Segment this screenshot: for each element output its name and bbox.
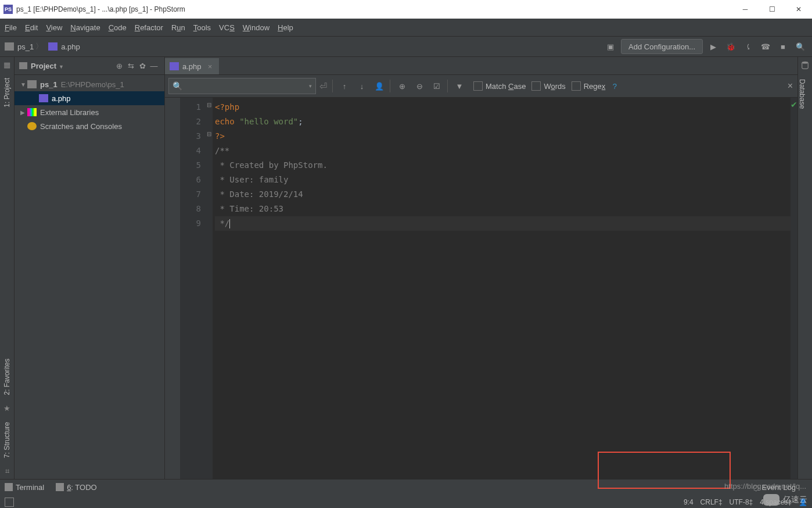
regex-checkbox[interactable]: Regex [572,81,606,91]
inspection-gutter[interactable]: ✔ [791,98,797,479]
php-file-icon [170,62,179,70]
tree-file-selected[interactable]: a.php [15,91,164,105]
coverage-button[interactable]: ⤹ [741,40,755,53]
menu-navigate[interactable]: Navigate [70,23,100,32]
search-everywhere-icon[interactable]: 🔍 [793,40,807,53]
todo-icon [56,483,64,491]
select-all-occ-button[interactable]: ☑ [429,78,445,94]
debug-button[interactable]: 🐞 [724,40,738,53]
help-icon[interactable]: ? [606,78,623,94]
add-configuration-button[interactable]: Add Configuration... [621,39,703,54]
menubar: File Edit View Navigate Code Refactor Ru… [0,19,812,37]
project-panel-header: Project▼ ⊕ ⇆ ✿ — [15,57,164,75]
event-log-button[interactable]: ◌Event Log [753,483,796,492]
todo-tool-button[interactable]: 6: TODO [56,483,97,492]
project-panel-title[interactable]: Project▼ [31,62,113,70]
words-checkbox[interactable]: Words [531,81,565,91]
app-icon: PS [3,5,13,14]
enter-hint-icon: ⏎ [316,81,330,92]
editor-tabs: a.php × [165,57,797,75]
minimize-button[interactable]: ─ [732,0,759,19]
filter-icon[interactable]: ▼ [451,78,468,94]
breadcrumb-separator: 〉 [35,41,43,52]
inspection-indicator[interactable]: 👤 [799,498,807,506]
tab-label: a.php [182,62,202,71]
star-icon: ★ [3,405,11,413]
fold-gutter[interactable]: ⊟⊟ [206,98,213,479]
sidebar-tab-project[interactable]: 1: Project [3,72,11,113]
next-match-button[interactable]: ↓ [354,78,370,94]
project-panel: Project▼ ⊕ ⇆ ✿ — ▼ ps_1 E:\PHPDemo\ps_1 … [15,57,165,479]
find-bar: 🔍 ▾ ⏎ ↑ ↓ 👤 ⊕ ⊖ ☑ ▼ Match Case Words Reg… [165,75,797,98]
tree-scratches[interactable]: Scratches and Consoles [15,119,164,133]
status-icon[interactable] [5,498,14,507]
php-file-icon [48,42,58,51]
locate-icon[interactable]: ⊕ [113,62,125,70]
status-bar: 9:4 CRLF ‡ UTF-8 ‡ 4 spaces ‡ 👤 [0,495,812,508]
indent-setting[interactable]: 4 spaces ‡ [760,498,792,506]
line-number-gutter[interactable]: 123456789 [180,98,206,479]
menu-vcs[interactable]: VCS [219,23,235,32]
menu-run[interactable]: Run [171,23,185,32]
code-editor[interactable]: <?php echo "hello word"; ?> /** * Create… [213,98,791,479]
close-button[interactable]: ✕ [785,0,812,19]
run-target-icon[interactable]: ▣ [603,40,617,53]
maximize-button[interactable]: ☐ [759,0,785,19]
window-title: ps_1 [E:\PHPDemo\ps_1] - ...\a.php [ps_1… [16,5,732,13]
menu-edit[interactable]: Edit [25,23,38,32]
tree-external-libraries[interactable]: ▶ External Libraries [15,105,164,119]
remove-selection-button[interactable]: ⊖ [411,78,427,94]
analysis-ok-icon: ✔ [791,100,797,109]
menu-help[interactable]: Help [278,23,293,32]
menu-tools[interactable]: Tools [193,23,211,32]
breakpoint-strip[interactable] [165,98,180,479]
scratch-icon [27,122,37,130]
select-all-button[interactable]: 👤 [371,78,387,94]
crumb-project: ps_1 [17,42,34,51]
find-input[interactable]: 🔍 ▾ [168,78,316,94]
folder-icon [5,42,14,51]
svg-point-0 [802,62,809,64]
caret-position[interactable]: 9:4 [684,498,694,506]
window-titlebar: PS ps_1 [E:\PHPDemo\ps_1] - ...\a.php [p… [0,0,812,19]
text-cursor [229,219,230,228]
sidebar-tab-structure[interactable]: 7: Structure [3,416,11,464]
main-area: ▦ 1: Project 2: Favorites ★ 7: Structure… [0,57,812,479]
terminal-tool-button[interactable]: Terminal [5,483,44,492]
php-file-icon [39,94,48,102]
hide-panel-icon[interactable]: — [148,62,160,70]
right-tool-strip: Database [797,57,812,479]
match-case-checkbox[interactable]: Match Case [473,81,526,91]
close-tab-icon[interactable]: × [206,62,214,71]
editor-area: a.php × 🔍 ▾ ⏎ ↑ ↓ 👤 ⊕ ⊖ ☑ ▼ Match Case W… [165,57,797,479]
prev-match-button[interactable]: ↑ [336,78,353,94]
project-tool-icon[interactable]: ▦ [3,60,11,69]
database-icon[interactable] [801,60,809,70]
project-tree: ▼ ps_1 E:\PHPDemo\ps_1 a.php ▶ External … [15,75,164,479]
add-selection-button[interactable]: ⊕ [394,78,410,94]
settings-icon[interactable]: ✿ [136,62,148,70]
file-encoding[interactable]: UTF-8 ‡ [730,498,753,506]
editor-tab-active[interactable]: a.php × [165,58,219,74]
menu-window[interactable]: Window [243,23,270,32]
expand-icon[interactable]: ⇆ [125,62,136,70]
stop-button[interactable]: ■ [776,40,790,53]
navigation-bar: ps_1 〉 a.php ▣ Add Configuration... ▶ 🐞 … [0,37,812,57]
breadcrumb[interactable]: ps_1 〉 a.php [5,41,80,52]
search-history-dropdown[interactable]: ▾ [309,83,312,89]
menu-file[interactable]: File [5,23,17,32]
line-separator[interactable]: CRLF ‡ [700,498,723,506]
crumb-file: a.php [61,42,80,51]
close-findbar-icon[interactable]: × [788,81,793,91]
left-tool-strip: ▦ 1: Project 2: Favorites ★ 7: Structure… [0,57,15,479]
menu-view[interactable]: View [46,23,62,32]
tree-root[interactable]: ▼ ps_1 E:\PHPDemo\ps_1 [15,77,164,91]
sidebar-tab-favorites[interactable]: 2: Favorites [3,353,11,401]
sidebar-tab-database[interactable]: Database [798,73,806,115]
structure-icon: ⌗ [3,467,11,475]
listen-debug-button[interactable]: ☎ [759,40,773,53]
menu-refactor[interactable]: Refactor [135,23,163,32]
menu-code[interactable]: Code [109,23,127,32]
search-icon: 🔍 [173,81,182,91]
run-button[interactable]: ▶ [706,40,720,53]
